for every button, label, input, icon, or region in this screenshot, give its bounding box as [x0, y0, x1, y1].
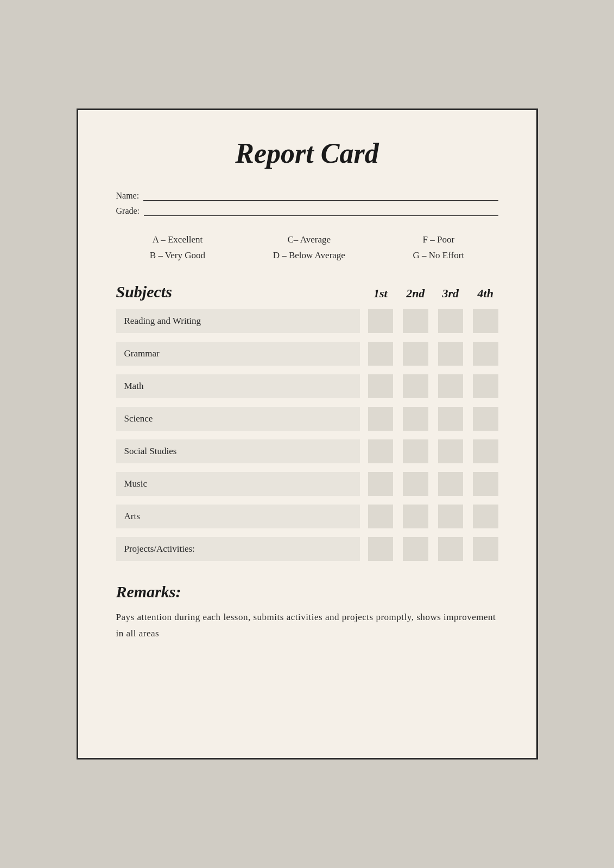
grade-box[interactable]	[368, 407, 394, 431]
report-card-page: Report Card Name: Grade: A – Excellent B…	[77, 108, 538, 760]
grade-box[interactable]	[438, 439, 464, 463]
quarter-2-header: 2nd	[403, 286, 428, 301]
grade-boxes	[368, 505, 498, 528]
grade-box[interactable]	[438, 374, 464, 398]
subject-name: Music	[116, 472, 360, 496]
grade-legend: A – Excellent B – Very Good C– Average D…	[116, 232, 498, 264]
grade-label: Grade:	[116, 206, 140, 216]
grade-boxes	[368, 342, 498, 366]
subject-row: Music	[116, 472, 498, 496]
grade-box[interactable]	[403, 537, 428, 561]
quarter-1-header: 1st	[368, 286, 394, 301]
subject-row: Reading and Writing	[116, 309, 498, 333]
grade-box[interactable]	[368, 537, 394, 561]
grade-box[interactable]	[403, 342, 428, 366]
grade-boxes	[368, 309, 498, 333]
quarter-4-header: 4th	[473, 286, 498, 301]
grade-boxes	[368, 439, 498, 463]
grade-box[interactable]	[438, 505, 464, 528]
grade-box[interactable]	[368, 309, 394, 333]
subject-row: Science	[116, 407, 498, 431]
name-line	[143, 191, 498, 201]
legend-item-d: D – Below Average	[273, 248, 345, 264]
subjects-title: Subjects	[116, 283, 368, 301]
grade-boxes	[368, 407, 498, 431]
grade-line	[144, 206, 498, 216]
legend-item-g: G – No Effort	[413, 248, 465, 264]
grade-box[interactable]	[473, 309, 498, 333]
grade-box[interactable]	[473, 374, 498, 398]
subject-row: Grammar	[116, 342, 498, 366]
subject-row: Math	[116, 374, 498, 398]
grade-box[interactable]	[473, 505, 498, 528]
grade-box[interactable]	[403, 472, 428, 496]
grade-box[interactable]	[403, 374, 428, 398]
subject-name: Math	[116, 374, 360, 398]
name-field-row: Name:	[116, 191, 498, 201]
subjects-header: Subjects 1st 2nd 3rd 4th	[116, 283, 498, 301]
subject-name: Grammar	[116, 342, 360, 366]
subject-name: Science	[116, 407, 360, 431]
legend-col-1: A – Excellent B – Very Good	[150, 232, 205, 264]
subject-row: Arts	[116, 505, 498, 528]
quarter-3-header: 3rd	[438, 286, 464, 301]
grade-box[interactable]	[473, 439, 498, 463]
legend-item-a: A – Excellent	[150, 232, 205, 248]
grade-box[interactable]	[473, 472, 498, 496]
grade-box[interactable]	[438, 407, 464, 431]
legend-item-b: B – Very Good	[150, 248, 205, 264]
subject-name: Reading and Writing	[116, 309, 360, 333]
grade-boxes	[368, 472, 498, 496]
grade-box[interactable]	[473, 342, 498, 366]
remarks-title: Remarks:	[116, 583, 498, 601]
grade-box[interactable]	[368, 342, 394, 366]
grade-boxes	[368, 374, 498, 398]
grade-box[interactable]	[438, 472, 464, 496]
legend-col-3: F – Poor G – No Effort	[413, 232, 465, 264]
page-title: Report Card	[116, 137, 498, 169]
grade-box[interactable]	[368, 505, 394, 528]
legend-item-f: F – Poor	[413, 232, 465, 248]
grade-box[interactable]	[438, 342, 464, 366]
grade-box[interactable]	[473, 537, 498, 561]
grade-box[interactable]	[403, 309, 428, 333]
subject-name: Arts	[116, 505, 360, 528]
grade-field-row: Grade:	[116, 206, 498, 216]
legend-col-2: C– Average D – Below Average	[273, 232, 345, 264]
grade-box[interactable]	[368, 472, 394, 496]
grade-boxes	[368, 537, 498, 561]
grade-box[interactable]	[368, 439, 394, 463]
quarter-headers: 1st 2nd 3rd 4th	[368, 286, 498, 301]
legend-item-c: C– Average	[273, 232, 345, 248]
subject-row: Social Studies	[116, 439, 498, 463]
grade-box[interactable]	[368, 374, 394, 398]
grade-box[interactable]	[403, 407, 428, 431]
subject-name: Social Studies	[116, 439, 360, 463]
grade-box[interactable]	[403, 439, 428, 463]
grade-box[interactable]	[473, 407, 498, 431]
grade-box[interactable]	[438, 309, 464, 333]
grade-box[interactable]	[403, 505, 428, 528]
subject-row: Projects/Activities:	[116, 537, 498, 561]
subject-name: Projects/Activities:	[116, 537, 360, 561]
grade-box[interactable]	[438, 537, 464, 561]
name-label: Name:	[116, 191, 140, 201]
remarks-text: Pays attention during each lesson, submi…	[116, 609, 498, 642]
subjects-list: Reading and WritingGrammarMathScienceSoc…	[116, 309, 498, 561]
